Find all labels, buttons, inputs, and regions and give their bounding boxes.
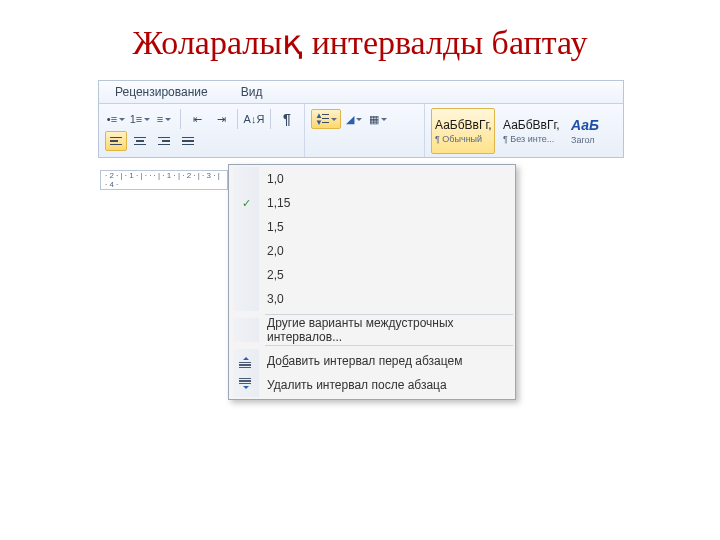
spacing-option-2-0[interactable]: 2,0 <box>231 239 513 263</box>
menu-separator <box>265 345 513 346</box>
tab-review[interactable]: Рецензирование <box>99 81 225 103</box>
sort-button[interactable]: А↓Я <box>243 109 265 129</box>
numbering-button[interactable]: 1≡ <box>129 109 151 129</box>
tab-view[interactable]: Вид <box>225 81 280 103</box>
multilevel-button[interactable]: ≡ <box>153 109 175 129</box>
line-spacing-icon: ▲▼ <box>315 112 329 126</box>
spacing-option-1-5[interactable]: 1,5 <box>231 215 513 239</box>
line-spacing-button[interactable]: ▲▼ <box>311 109 341 129</box>
align-justify-button[interactable] <box>177 131 199 151</box>
ribbon-tab-strip: Рецензирование Вид <box>98 80 624 104</box>
align-right-icon <box>158 137 170 146</box>
menu-label: 2,5 <box>267 268 507 282</box>
slide-title: Жоларалық интервалды баптау <box>0 22 720 62</box>
menu-label: 1,15 <box>267 196 507 210</box>
ruler-marks: · 2 · | · 1 · | · · · | · 1 · | · 2 · | … <box>105 171 223 189</box>
menu-icon-slot <box>233 287 259 311</box>
spacing-option-2-5[interactable]: 2,5 <box>231 263 513 287</box>
bucket-icon: ◢ <box>346 113 354 126</box>
ribbon-body: •≡ 1≡ ≡ ⇤ ⇥ А↓Я ¶ <box>98 104 624 158</box>
menu-label: 1,0 <box>267 172 507 186</box>
bullets-button[interactable]: •≡ <box>105 109 127 129</box>
spacing-option-1-0[interactable]: 1,0 <box>231 167 513 191</box>
line-spacing-menu: 1,0 ✓ 1,15 1,5 2,0 2,5 3,0 Другие вариан… <box>228 164 516 400</box>
menu-label: 3,0 <box>267 292 507 306</box>
style-normal[interactable]: АаБбВвГг, ¶ Обычный <box>431 108 495 154</box>
show-marks-button[interactable]: ¶ <box>276 109 298 129</box>
numbering-icon: 1≡ <box>130 113 143 125</box>
spacing-option-1-15[interactable]: ✓ 1,15 <box>231 191 513 215</box>
menu-label: 2,0 <box>267 244 507 258</box>
spacing-options-more[interactable]: Другие варианты междустрочных интервалов… <box>231 318 513 342</box>
separator <box>270 109 271 129</box>
pilcrow-icon: ¶ <box>283 111 291 127</box>
menu-icon-slot <box>233 318 259 342</box>
borders-icon: ▦ <box>369 113 379 126</box>
check-icon: ✓ <box>233 191 259 215</box>
menu-label: Другие варианты междустрочных интервалов… <box>267 316 507 344</box>
paragraph-group-2: ▲▼ ◢ ▦ <box>305 104 425 157</box>
decrease-indent-button[interactable]: ⇤ <box>186 109 208 129</box>
add-space-before-icon <box>233 349 259 373</box>
align-left-icon <box>110 137 122 146</box>
word-ribbon-screenshot: Рецензирование Вид •≡ 1≡ ≡ ⇤ ⇥ А↓Я ¶ <box>98 80 624 158</box>
menu-separator <box>265 314 513 315</box>
spacing-option-3-0[interactable]: 3,0 <box>231 287 513 311</box>
add-space-before-paragraph[interactable]: Добавить интервал перед абзацем <box>231 349 513 373</box>
align-center-icon <box>134 137 146 146</box>
style-name-label: ¶ Обычный <box>435 134 491 144</box>
paragraph-group: •≡ 1≡ ≡ ⇤ ⇥ А↓Я ¶ <box>99 104 305 157</box>
menu-icon-slot <box>233 167 259 191</box>
style-heading[interactable]: АаБ Загол <box>567 108 611 154</box>
multilevel-icon: ≡ <box>157 113 163 125</box>
align-left-button[interactable] <box>105 131 127 151</box>
menu-icon-slot <box>233 215 259 239</box>
remove-space-after-icon <box>233 373 259 397</box>
style-sample-text: АаБ <box>571 117 607 133</box>
align-right-button[interactable] <box>153 131 175 151</box>
align-center-button[interactable] <box>129 131 151 151</box>
menu-icon-slot <box>233 263 259 287</box>
menu-label: Добавить интервал перед абзацем <box>267 354 507 368</box>
separator <box>237 109 238 129</box>
style-name-label: ¶ Без инте... <box>503 134 559 144</box>
separator <box>180 109 181 129</box>
style-no-spacing[interactable]: АаБбВвГг, ¶ Без инте... <box>499 108 563 154</box>
style-sample-text: АаБбВвГг, <box>503 118 559 132</box>
menu-label: 1,5 <box>267 220 507 234</box>
menu-label: Удалить интервал после абзаца <box>267 378 507 392</box>
remove-space-after-paragraph[interactable]: Удалить интервал после абзаца <box>231 373 513 397</box>
style-sample-text: АаБбВвГг, <box>435 118 491 132</box>
increase-indent-button[interactable]: ⇥ <box>210 109 232 129</box>
align-justify-icon <box>182 137 194 146</box>
sort-icon: А↓Я <box>244 113 265 125</box>
borders-button[interactable]: ▦ <box>367 109 389 129</box>
indent-icon: ⇥ <box>217 113 226 126</box>
shading-button[interactable]: ◢ <box>343 109 365 129</box>
style-name-label: Загол <box>571 135 607 145</box>
outdent-icon: ⇤ <box>193 113 202 126</box>
horizontal-ruler[interactable]: · 2 · | · 1 · | · · · | · 1 · | · 2 · | … <box>100 170 228 190</box>
menu-icon-slot <box>233 239 259 263</box>
bullets-icon: •≡ <box>107 113 117 125</box>
styles-gallery: АаБбВвГг, ¶ Обычный АаБбВвГг, ¶ Без инте… <box>425 104 623 157</box>
